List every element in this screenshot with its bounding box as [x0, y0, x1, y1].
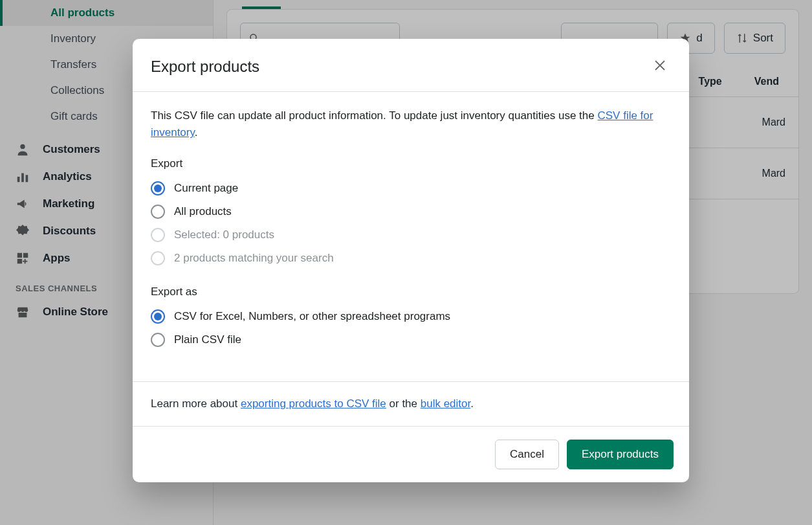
radio-label: Plain CSV file: [174, 333, 241, 346]
export-option-all-products[interactable]: All products: [151, 200, 671, 223]
radio-icon: [151, 181, 165, 195]
radio-icon: [151, 205, 165, 219]
cancel-button[interactable]: Cancel: [495, 440, 559, 469]
radio-label: Current page: [174, 182, 238, 195]
format-group-label: Export as: [151, 285, 671, 298]
modal-learn-more: Learn more about exporting products to C…: [133, 382, 689, 427]
exporting-csv-link[interactable]: exporting products to CSV file: [241, 397, 386, 410]
format-option-plain-csv[interactable]: Plain CSV file: [151, 328, 671, 352]
radio-label: CSV for Excel, Numbers, or other spreads…: [174, 310, 450, 323]
radio-icon: [151, 333, 165, 347]
close-icon: [653, 58, 667, 73]
export-products-modal: Export products This CSV file can update…: [133, 39, 689, 482]
export-option-matching-search: 2 products matching your search: [151, 247, 671, 270]
export-group-label: Export: [151, 157, 671, 170]
radio-icon: [151, 309, 165, 324]
export-option-selected: Selected: 0 products: [151, 223, 671, 247]
export-option-current-page[interactable]: Current page: [151, 177, 671, 200]
modal-title: Export products: [151, 58, 259, 76]
radio-label: All products: [174, 205, 232, 218]
radio-icon: [151, 228, 165, 242]
close-button[interactable]: [649, 54, 671, 78]
export-products-button[interactable]: Export products: [567, 440, 674, 469]
bulk-editor-link[interactable]: bulk editor: [421, 397, 471, 410]
modal-body: This CSV file can update all product inf…: [133, 92, 689, 367]
radio-label: 2 products matching your search: [174, 252, 334, 265]
format-option-excel-csv[interactable]: CSV for Excel, Numbers, or other spreads…: [151, 305, 671, 328]
modal-header: Export products: [133, 39, 689, 92]
radio-label: Selected: 0 products: [174, 229, 274, 241]
modal-footer: Cancel Export products: [133, 427, 689, 482]
radio-icon: [151, 251, 165, 265]
modal-intro: This CSV file can update all product inf…: [151, 107, 671, 142]
